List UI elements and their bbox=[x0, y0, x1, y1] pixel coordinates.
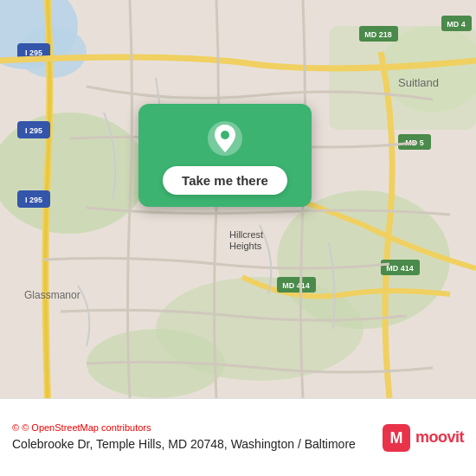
svg-text:Hillcrest: Hillcrest bbox=[229, 229, 263, 240]
svg-text:MD 414: MD 414 bbox=[282, 281, 310, 290]
svg-text:MD 218: MD 218 bbox=[364, 30, 392, 39]
location-pin-icon bbox=[206, 119, 244, 158]
bottom-bar: © © OpenStreetMap contributors Colebrook… bbox=[0, 398, 476, 476]
svg-text:M: M bbox=[389, 429, 402, 447]
svg-text:Glassmanor: Glassmanor bbox=[24, 289, 80, 301]
moovit-logo: M moovit bbox=[383, 424, 464, 452]
svg-text:MD 414: MD 414 bbox=[386, 264, 414, 273]
svg-point-32 bbox=[221, 131, 229, 139]
svg-text:Heights: Heights bbox=[229, 241, 262, 251]
svg-text:Suitland: Suitland bbox=[398, 76, 439, 89]
moovit-brand-text: moovit bbox=[415, 428, 464, 447]
osm-credit-text: © OpenStreetMap contributors bbox=[22, 422, 151, 433]
osm-credit: © © OpenStreetMap contributors bbox=[12, 422, 356, 433]
svg-text:I 295: I 295 bbox=[25, 126, 42, 135]
take-me-there-button[interactable]: Take me there bbox=[163, 166, 287, 195]
address-text: Colebrooke Dr, Temple Hills, MD 20748, W… bbox=[12, 436, 356, 452]
bottom-info: © © OpenStreetMap contributors Colebrook… bbox=[12, 422, 356, 452]
moovit-icon: M bbox=[383, 424, 410, 452]
app: I 295 I 295 I 295 MD 218 MD 5 MD 5 MD 41… bbox=[0, 0, 476, 476]
copyright-symbol: © bbox=[12, 422, 19, 433]
map-popup: Take me there bbox=[138, 104, 312, 207]
svg-text:MD 4: MD 4 bbox=[447, 20, 466, 29]
svg-text:I 295: I 295 bbox=[25, 196, 42, 204]
map-container: I 295 I 295 I 295 MD 218 MD 5 MD 5 MD 41… bbox=[0, 0, 476, 398]
